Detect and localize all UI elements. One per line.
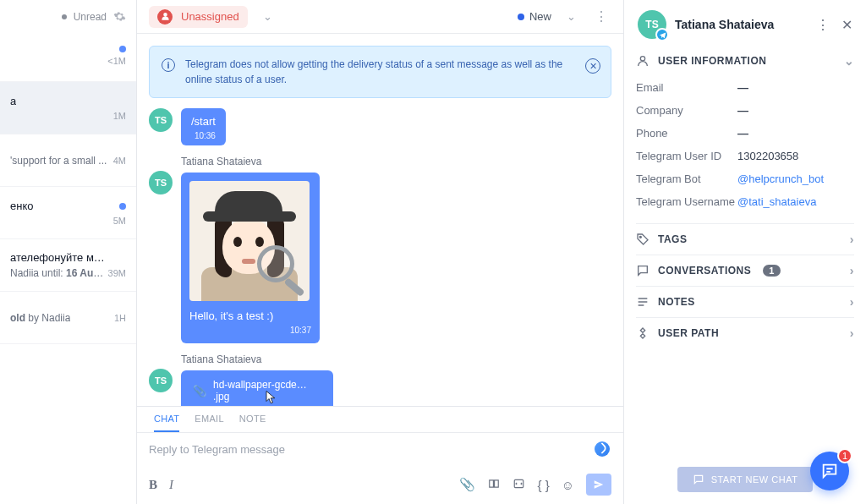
assignee-dropdown[interactable]: ⌄ — [260, 7, 276, 26]
fab-badge: 1 — [837, 448, 852, 463]
tab-note[interactable]: NOTE — [239, 414, 266, 432]
user-panel: TS Tatiana Shataieva ⋮ ✕ USER INFORMATIO… — [624, 0, 866, 504]
item-title: a — [10, 95, 16, 107]
reply-placeholder: Reply to Telegram message — [149, 443, 285, 456]
chat-body: i Telegram does not allow getting the de… — [137, 34, 623, 406]
section-user-info[interactable]: USER INFORMATION ⌄ — [636, 51, 854, 76]
composer: CHAT EMAIL NOTE Reply to Telegram messag… — [137, 406, 623, 504]
item-sub: old by Nadiia — [10, 312, 70, 324]
more-icon[interactable]: ⋮ — [816, 17, 830, 33]
message-bubble[interactable]: Hello, it's a test :) 10:37 — [181, 173, 320, 343]
status-chip[interactable]: New — [518, 10, 551, 23]
italic-icon[interactable]: I — [169, 478, 173, 492]
telegram-badge-icon — [655, 28, 669, 41]
field-label: Email — [636, 81, 737, 94]
notes-icon — [636, 295, 650, 309]
item-time: <1M — [107, 56, 126, 66]
section-label: USER PATH — [658, 327, 719, 339]
message-time: 10:37 — [189, 326, 311, 335]
field-label: Company — [636, 104, 737, 117]
path-icon — [636, 326, 650, 340]
send-button[interactable] — [586, 474, 611, 496]
item-sub: 'support for a small ... — [10, 155, 107, 167]
section-label: USER INFORMATION — [658, 55, 766, 67]
chevron-right-icon: › — [850, 295, 854, 309]
composer-tabs: CHAT EMAIL NOTE — [137, 407, 623, 433]
reply-input[interactable]: Reply to Telegram message — [137, 433, 623, 468]
message-image[interactable] — [189, 181, 310, 301]
chevron-right-icon: › — [850, 264, 854, 277]
section-userpath[interactable]: USER PATH › — [636, 317, 854, 348]
gear-icon[interactable] — [113, 10, 126, 23]
list-item[interactable]: old by Nadiia1H — [0, 292, 136, 344]
list-item[interactable]: a 1M — [0, 82, 136, 134]
emoji-icon[interactable]: ☺ — [562, 478, 574, 492]
assignee-chip[interactable]: Unassigned — [149, 6, 248, 28]
item-time: 4M — [113, 156, 126, 166]
support-fab[interactable]: 1 — [810, 452, 849, 490]
status-dropdown[interactable]: ⌄ — [563, 7, 579, 26]
unread-indicator-icon — [119, 46, 126, 52]
svg-point-1 — [640, 57, 644, 61]
close-icon[interactable]: ✕ — [841, 17, 852, 33]
field-label: Phone — [636, 127, 737, 140]
field-value-link[interactable]: @tati_shataieva — [737, 195, 816, 208]
unread-label: Unread — [74, 11, 107, 23]
unassigned-icon — [157, 9, 173, 25]
avatar: TS — [638, 10, 666, 39]
banner-text: Telegram does not allow getting the deli… — [185, 58, 562, 85]
unread-dot-icon — [62, 14, 67, 19]
unread-indicator-icon — [119, 203, 126, 210]
file-bubble[interactable]: 📎 hd-wallpaper-gcde… .jpg 10:40 — [181, 370, 333, 406]
chat-icon — [636, 264, 650, 277]
list-item[interactable]: <1M — [0, 30, 136, 82]
field-label: Telegram User ID — [636, 150, 737, 162]
more-menu[interactable]: ⋮ — [591, 5, 611, 28]
user-info-rows: Email— Company— Phone— Telegram User ID1… — [636, 76, 854, 223]
message-row: TS /start 10:36 — [149, 108, 611, 145]
app-root: Unread <1M a 1M 'support for a small ...… — [0, 0, 866, 504]
conversation-list: <1M a 1M 'support for a small ...4M енко… — [0, 30, 136, 504]
item-title: ателефонуйте м… — [10, 251, 105, 264]
chevron-down-icon: ⌄ — [844, 54, 855, 68]
tab-email[interactable]: EMAIL — [195, 414, 224, 432]
field-value: — — [737, 127, 748, 140]
chat-topbar: Unassigned ⌄ New ⌄ ⋮ — [137, 0, 623, 34]
section-notes[interactable]: NOTES › — [636, 286, 854, 317]
item-time: 1H — [114, 313, 126, 323]
field-value: — — [737, 104, 748, 117]
chat-fab-icon — [820, 462, 839, 480]
section-tags[interactable]: TAGS › — [636, 223, 854, 255]
tab-chat[interactable]: CHAT — [154, 414, 179, 432]
message-text: /start — [191, 115, 216, 128]
svg-point-2 — [639, 236, 641, 238]
list-item[interactable]: ателефонуйте м… Nadiia until: 16 Aug 2…3… — [0, 239, 136, 292]
field-value: — — [737, 81, 748, 94]
status-label: New — [529, 10, 551, 23]
item-time: 39M — [108, 268, 126, 278]
section-label: TAGS — [658, 233, 687, 245]
grammarly-icon[interactable] — [595, 441, 610, 457]
close-banner-icon[interactable]: ✕ — [585, 58, 600, 74]
user-icon — [636, 54, 650, 68]
composer-toolbar: B I 📎 { } ☺ — [137, 468, 623, 504]
field-value-link[interactable]: @helpcrunch_bot — [737, 173, 824, 185]
section-conversations[interactable]: CONVERSATIONS 1 › — [636, 255, 854, 286]
user-name: Tatiana Shataieva — [675, 18, 774, 31]
attach-icon[interactable]: 📎 — [459, 477, 475, 492]
list-item[interactable]: 'support for a small ...4M — [0, 134, 136, 187]
assignee-label: Unassigned — [181, 10, 239, 23]
start-new-chat-button[interactable]: START NEW CHAT — [677, 467, 814, 492]
snippet-icon[interactable] — [512, 478, 525, 492]
list-item[interactable]: енко 5M — [0, 187, 136, 239]
kb-icon[interactable] — [487, 478, 501, 492]
field-value: 1302203658 — [737, 150, 798, 162]
avatar: TS — [149, 171, 173, 194]
conversation-list-panel: Unread <1M a 1M 'support for a small ...… — [0, 0, 137, 504]
message-bubble[interactable]: /start 10:36 — [181, 108, 226, 145]
bold-icon[interactable]: B — [149, 478, 157, 492]
file-name: hd-wallpaper-gcde… .jpg — [213, 379, 321, 403]
avatar-initials: TS — [645, 19, 658, 30]
chat-bubble-icon — [693, 474, 704, 485]
code-icon[interactable]: { } — [537, 478, 549, 492]
